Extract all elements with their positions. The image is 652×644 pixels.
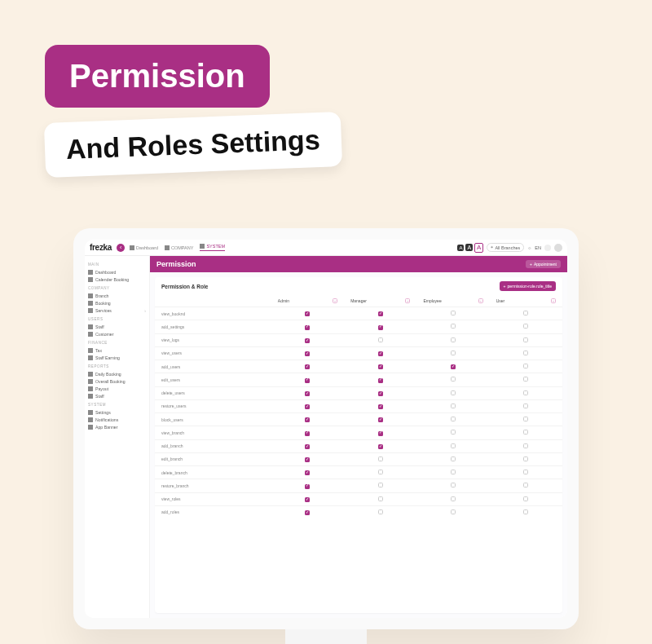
checkbox[interactable] (523, 390, 528, 395)
checkbox[interactable]: ✓ (305, 404, 310, 409)
theme-toggle-icon[interactable]: ☼ (527, 245, 531, 250)
sidebar-item-staff-earning[interactable]: Staff Earning (88, 354, 146, 361)
checkbox[interactable] (451, 377, 456, 382)
checkbox[interactable]: ✓ (305, 484, 310, 489)
checkbox[interactable]: ✓ (305, 338, 310, 343)
checkbox[interactable] (378, 509, 383, 514)
checkbox[interactable]: ✓ (378, 311, 383, 316)
checkbox[interactable]: ✓ (305, 417, 310, 422)
checkbox[interactable]: ✓ (305, 351, 310, 356)
checkbox[interactable] (451, 351, 456, 355)
checkbox[interactable]: ✓ (305, 311, 310, 316)
checkbox[interactable] (523, 443, 528, 448)
delete-role-button[interactable]: − (478, 298, 483, 303)
font-size-small[interactable]: A (457, 245, 464, 251)
appointment-button[interactable]: + Appointment (526, 260, 561, 268)
sidebar-item-tax[interactable]: Tax (88, 346, 146, 354)
sidebar-item-booking[interactable]: Booking (88, 299, 146, 307)
checkbox[interactable]: ✓ (305, 325, 310, 330)
sidebar-item-overall-booking[interactable]: Overall Booking (88, 377, 146, 385)
checkbox[interactable] (523, 377, 528, 382)
sidebar-item-staff[interactable]: Staff (88, 392, 146, 399)
checkbox[interactable] (451, 404, 456, 408)
checkbox[interactable] (451, 337, 456, 342)
checkbox[interactable]: ✓ (305, 378, 310, 383)
checkbox[interactable]: ✓ (305, 457, 310, 462)
add-role-button[interactable]: + permission-role.role_title (500, 281, 556, 291)
sidebar-item-customer[interactable]: Customer (88, 330, 146, 337)
checkbox[interactable]: ✓ (378, 391, 383, 396)
checkbox[interactable]: ✓ (305, 510, 310, 515)
checkbox[interactable] (523, 483, 528, 487)
checkbox[interactable] (378, 457, 383, 461)
checkbox[interactable]: ✓ (378, 404, 383, 409)
font-size-large[interactable]: A (474, 243, 483, 253)
delete-role-button[interactable]: − (551, 298, 556, 303)
checkbox[interactable] (451, 417, 456, 421)
checkbox[interactable] (451, 496, 456, 501)
delete-role-button[interactable]: − (405, 298, 410, 303)
checkbox[interactable] (523, 311, 528, 315)
checkbox[interactable]: ✓ (305, 497, 310, 502)
topnav-item-system[interactable]: SYSTEM (200, 244, 225, 251)
topnav-item-company[interactable]: COMPANY (165, 244, 193, 251)
sidebar-item-staff[interactable]: Staff (88, 323, 146, 330)
checkbox[interactable]: ✓ (378, 378, 383, 383)
sidebar-item-settings[interactable]: Settings (88, 408, 146, 416)
checkbox[interactable] (523, 470, 528, 474)
checkbox[interactable] (451, 430, 456, 434)
checkbox[interactable] (523, 430, 528, 434)
checkbox[interactable] (523, 324, 528, 329)
sidebar-item-dashboard[interactable]: Dashboard (88, 268, 146, 276)
checkbox[interactable] (451, 509, 456, 514)
checkbox[interactable]: ✓ (378, 364, 383, 369)
sidebar-item-services[interactable]: Services› (88, 307, 146, 314)
checkbox[interactable]: ✓ (378, 351, 383, 356)
checkbox[interactable] (523, 509, 528, 514)
checkbox[interactable]: ✓ (305, 470, 310, 475)
checkbox[interactable]: ✓ (305, 391, 310, 396)
checkbox[interactable]: ✓ (378, 444, 383, 449)
checkbox[interactable]: ✓ (378, 325, 383, 330)
language-switch[interactable]: EN (535, 245, 541, 250)
checkbox[interactable]: ✓ (378, 417, 383, 422)
checkbox[interactable] (523, 351, 528, 355)
checkbox[interactable]: ✓ (305, 364, 310, 369)
checkbox[interactable] (451, 390, 456, 395)
sidebar-item-notifications[interactable]: Notifications (88, 416, 146, 423)
checkbox[interactable]: ✓ (305, 431, 310, 436)
checkbox[interactable] (523, 404, 528, 408)
checkbox[interactable] (451, 470, 456, 474)
checkbox[interactable] (523, 417, 528, 421)
font-size-switch[interactable]: A A A (457, 243, 483, 253)
checkbox[interactable] (451, 311, 456, 315)
sidebar-item-calender-booking[interactable]: Calender Booking (88, 276, 146, 283)
checkbox[interactable] (523, 457, 528, 461)
font-size-medium[interactable]: A (465, 244, 473, 251)
checkbox[interactable] (378, 337, 383, 342)
notification-icon[interactable] (544, 245, 551, 251)
checkbox[interactable] (378, 470, 383, 474)
sidebar-toggle-button[interactable]: ‹ (117, 244, 125, 252)
checkbox[interactable]: ✓ (378, 431, 383, 436)
sidebar-item-daily-booking[interactable]: Daily Booking (88, 370, 146, 377)
checkbox[interactable]: ✓ (305, 444, 310, 449)
sidebar-item-app-banner[interactable]: App Banner (88, 423, 146, 430)
delete-role-button[interactable]: − (333, 298, 337, 303)
checkbox[interactable] (523, 364, 528, 368)
checkbox[interactable] (378, 496, 383, 501)
branch-selector[interactable]: ⌖ All Branches (487, 243, 524, 252)
checkbox[interactable] (451, 457, 456, 461)
checkbox[interactable] (523, 496, 528, 501)
avatar[interactable] (554, 244, 562, 252)
checkbox[interactable] (451, 483, 456, 487)
checkbox[interactable] (523, 337, 528, 342)
sidebar-item-payout[interactable]: Payout (88, 385, 146, 392)
topnav-item-dashboard[interactable]: Dashboard (130, 244, 158, 251)
branch-icon (88, 293, 93, 298)
checkbox[interactable] (451, 443, 456, 448)
checkbox[interactable] (378, 483, 383, 487)
checkbox[interactable] (451, 324, 456, 329)
sidebar-item-branch[interactable]: Branch (88, 292, 146, 299)
checkbox[interactable]: ✓ (451, 364, 456, 369)
